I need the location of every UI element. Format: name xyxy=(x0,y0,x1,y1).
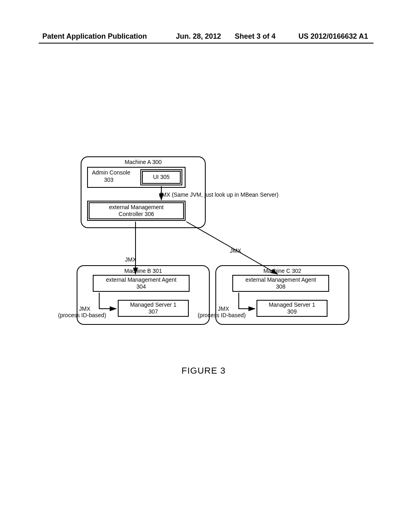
arrows-layer xyxy=(0,0,413,532)
arrow-c-agent-to-server xyxy=(239,293,255,309)
diagram-canvas: Patent Application Publication Jun. 28, … xyxy=(0,0,413,532)
arrow-b-agent-to-server xyxy=(99,293,116,309)
arrow-controller-to-c-agent xyxy=(186,222,277,274)
